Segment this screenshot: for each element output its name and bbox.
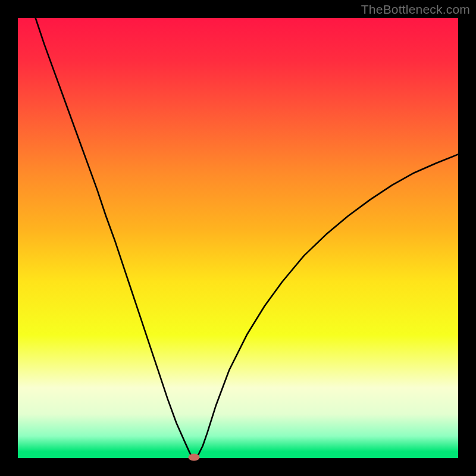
chart-stage: TheBottleneck.com [0, 0, 476, 476]
gradient-background [18, 18, 458, 458]
bottleneck-plot [0, 0, 476, 476]
minimum-marker [188, 454, 199, 461]
